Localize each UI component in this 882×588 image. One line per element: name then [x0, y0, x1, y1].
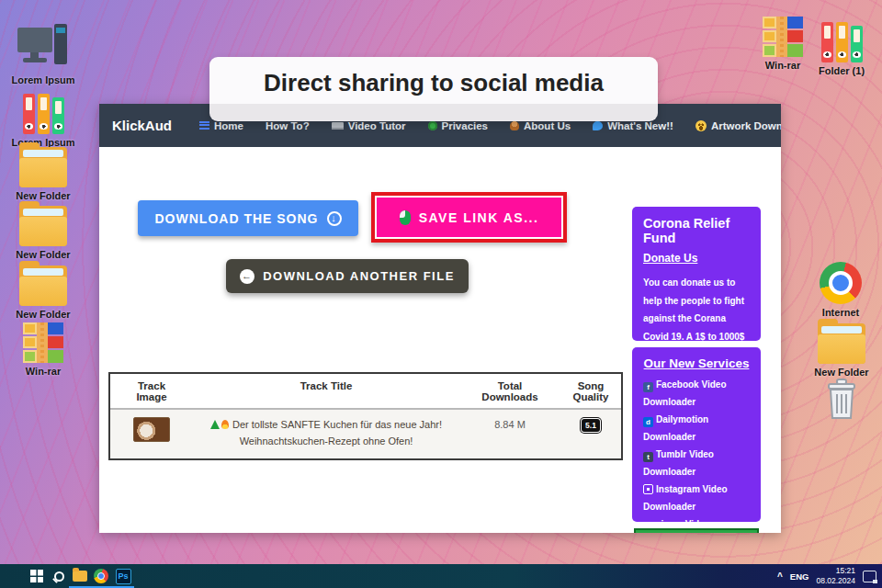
nav-item-artwork-downloader[interactable]: Artwork DownloaderNew — [695, 120, 781, 131]
language-indicator[interactable]: ENG — [790, 571, 809, 582]
green-mouse-icon — [400, 210, 411, 225]
header-track-title: Track Title — [193, 380, 459, 402]
desktop-icon-new-folder-3[interactable]: New Folder — [8, 264, 78, 320]
table-header-row: Track Image Track Title Total Downloads … — [110, 374, 621, 410]
quality-badge: 5.1 — [582, 419, 600, 432]
nav-item-privacies[interactable]: Privacies — [428, 120, 489, 131]
search-icon — [54, 571, 64, 582]
chrome-icon — [820, 262, 862, 304]
notification-center-icon[interactable] — [863, 571, 876, 582]
person-icon — [510, 121, 519, 130]
desktop-icon-label: Lorem Ipsum — [8, 74, 78, 85]
folder-icon — [19, 266, 67, 306]
clock-time: 15:21 — [816, 566, 855, 576]
nav-item-how-to[interactable]: How To? — [266, 120, 310, 131]
hamburger-icon — [199, 121, 209, 130]
green-panel — [634, 528, 759, 533]
vhs-icon — [332, 122, 344, 130]
service-link-facebook[interactable]: fFacebook Video Downloader — [643, 376, 750, 411]
save-link-as-button[interactable]: SAVE LINK AS... — [377, 198, 561, 237]
windows-icon — [30, 570, 43, 582]
system-tray: ^ ENG 15:21 08.02.2024 — [777, 564, 876, 588]
nav-item-video-tutor[interactable]: Video Tutor — [332, 120, 406, 131]
circle-left-arrow-icon: ← — [240, 269, 254, 284]
desktop-icon-label: New Folder — [8, 309, 78, 320]
instagram-icon — [643, 484, 653, 494]
computer-icon — [17, 22, 69, 72]
taskbar-photoshop[interactable]: Ps — [115, 568, 131, 584]
file-explorer-icon — [73, 571, 87, 582]
desktop-background: Lorem Ipsum Lorem Ipsum New Folder New F… — [0, 0, 882, 588]
desktop-icon-internet[interactable]: Internet — [806, 260, 876, 318]
clock-date: 08.02.2024 — [816, 576, 855, 586]
desktop-icon-lorem-ipsum-binders[interactable]: Lorem Ipsum — [8, 92, 78, 148]
nav-item-about-us[interactable]: About Us — [510, 120, 571, 131]
site-logo[interactable]: KlickAud — [112, 118, 172, 133]
folder-icon — [818, 323, 865, 364]
flame-icon — [221, 420, 229, 429]
service-link-dailymotion[interactable]: dDailymotion Downloader — [643, 411, 750, 446]
desktop-icon-label: Folder (1) — [807, 65, 876, 76]
service-link-tumblr[interactable]: tTumblr Video Downloader — [643, 446, 750, 481]
desktop-icon-label: New Folder — [8, 190, 78, 201]
desktop-icon-new-folder-2[interactable]: New Folder — [8, 204, 78, 260]
download-song-button[interactable]: DOWNLOAD THE SONG ↓ — [138, 200, 358, 236]
nav-menu: Home How To? Video Tutor Privacies About… — [199, 120, 781, 131]
desktop-icon-recycle-bin[interactable] — [807, 377, 876, 421]
desktop-icon-label: Internet — [806, 307, 876, 318]
corona-relief-panel: Corona Relief Fund Donate Us You can don… — [632, 207, 761, 341]
download-another-file-button[interactable]: ← DOWNLOAD ANOTHER FILE — [226, 259, 469, 293]
nav-item-whats-new[interactable]: What's New!! — [593, 120, 673, 131]
start-button[interactable] — [28, 568, 45, 584]
callout-text: Direct sharing to social media — [264, 69, 604, 97]
facebook-icon: f — [643, 382, 653, 392]
desktop-icon-folder-1[interactable]: Folder (1) — [807, 20, 876, 76]
taskbar-file-explorer[interactable] — [72, 568, 88, 584]
desktop-icon-winrar-left[interactable]: Win-rar — [8, 321, 78, 377]
save-link-highlight-frame: SAVE LINK AS... — [371, 192, 567, 243]
taskbar: Ps ^ ENG 15:21 08.02.2024 — [0, 564, 882, 588]
corona-panel-title: Corona Relief Fund — [643, 216, 750, 245]
tumblr-icon: t — [643, 452, 653, 462]
smiley-icon — [695, 120, 707, 131]
services-title[interactable]: Our New Services — [643, 356, 750, 370]
total-downloads-value: 8.84 M — [494, 419, 526, 430]
taskbar-chrome[interactable] — [93, 568, 109, 584]
track-thumbnail — [133, 417, 170, 442]
circle-down-arrow-icon: ↓ — [327, 211, 342, 226]
chrome-icon — [94, 569, 108, 583]
browser-window: KlickAud Home How To? Video Tutor Privac… — [99, 104, 781, 533]
privacy-icon — [428, 121, 437, 130]
header-total-downloads: Total Downloads — [459, 380, 560, 402]
winrar-icon — [763, 17, 803, 57]
callout-banner: Direct sharing to social media — [209, 57, 658, 121]
photoshop-icon: Ps — [116, 569, 131, 584]
binders-icon — [821, 20, 863, 62]
donate-us-link[interactable]: Donate Us — [643, 252, 697, 265]
taskbar-clock[interactable]: 15:21 08.02.2024 — [816, 566, 855, 585]
new-services-panel: Our New Services fFacebook Video Downloa… — [632, 347, 761, 522]
desktop-icon-new-folder-1[interactable]: New Folder — [8, 145, 78, 201]
track-title-line1: Der tollste SANFTE Kuchen für das neue J… — [197, 417, 456, 434]
desktop-icon-label: New Folder — [8, 249, 78, 260]
service-link-instagram[interactable]: Instagram Video Downloader — [643, 481, 750, 515]
folder-icon — [19, 147, 67, 187]
nav-item-home[interactable]: Home — [199, 120, 243, 131]
header-song-quality: Song Quality — [560, 380, 621, 402]
binders-icon — [23, 92, 64, 134]
track-table: Track Image Track Title Total Downloads … — [108, 372, 623, 460]
header-track-image: Track Image — [110, 380, 193, 402]
track-title-line2: Weihnachtskuchen-Rezept ohne Ofen! — [197, 434, 456, 450]
table-row[interactable]: Der tollste SANFTE Kuchen für das neue J… — [110, 410, 621, 458]
trash-icon — [823, 377, 860, 421]
folder-icon — [19, 206, 67, 246]
winrar-icon — [23, 322, 63, 363]
taskbar-search-button[interactable] — [51, 568, 67, 584]
splash-icon — [593, 121, 603, 130]
desktop-icon-lorem-ipsum-pc[interactable]: Lorem Ipsum — [8, 20, 78, 85]
christmas-tree-icon — [210, 420, 220, 429]
tray-expand-chevron[interactable]: ^ — [777, 571, 783, 582]
desktop-icon-label: Win-rar — [8, 366, 78, 377]
dailymotion-icon: d — [643, 417, 653, 427]
desktop-icon-new-folder-right[interactable]: New Folder — [807, 322, 876, 378]
